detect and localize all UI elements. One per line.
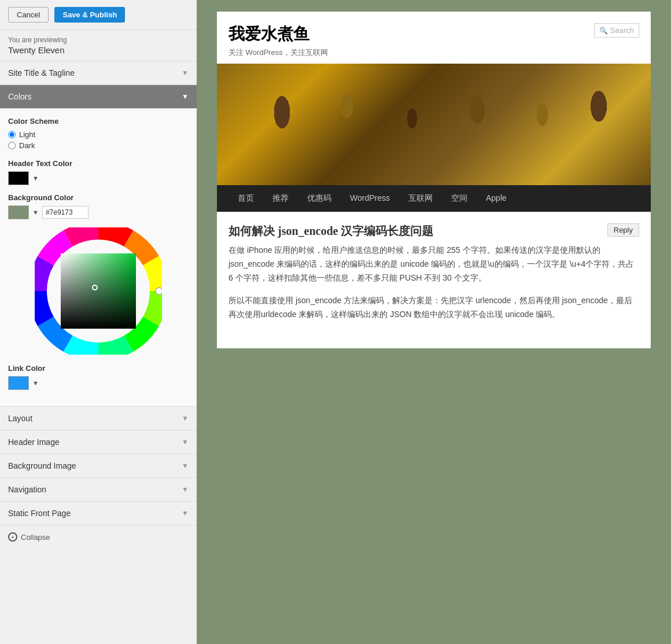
preview-label: You are previewing [0, 30, 197, 45]
save-publish-button[interactable]: Save & Publish [54, 7, 125, 23]
site-title: 我爱水煮鱼 [228, 23, 594, 45]
link-color-arrow[interactable]: ▼ [32, 380, 39, 387]
link-color-row: ▼ [8, 376, 189, 390]
radio-dark[interactable]: Dark [8, 141, 189, 150]
background-color-row: ▼ [8, 205, 189, 219]
dark-label: Dark [19, 141, 35, 150]
background-color-arrow[interactable]: ▼ [32, 209, 39, 216]
color-gradient-box[interactable] [61, 253, 136, 329]
background-color-hex-input[interactable] [42, 206, 89, 219]
radio-light[interactable]: Light [8, 130, 189, 139]
link-color-swatch[interactable] [8, 376, 29, 390]
background-color-label: Background Color [8, 193, 189, 202]
nav-item-space[interactable]: 空间 [442, 185, 477, 212]
site-title-block: 我爱水煮鱼 关注 WordPress，关注互联网 [228, 23, 594, 58]
post-body-2: 所以不能直接使用 json_encode 方法来编码，解决方案是：先把汉字 ur… [228, 294, 639, 322]
color-wheel-wrapper[interactable] [35, 227, 162, 355]
chevron-down-icon: ▼ [182, 438, 189, 446]
left-panel: Cancel Save & Publish You are previewing… [0, 0, 197, 644]
chevron-down-icon: ▼ [182, 485, 189, 494]
nav-item-wordpress[interactable]: WordPress [341, 185, 399, 212]
header-text-color-row: ▼ [8, 171, 189, 185]
post-title: 如何解决 json_encode 汉字编码长度问题 Reply [228, 223, 639, 239]
header-text-color-label: Header Text Color [8, 159, 189, 168]
colors-panel: Color Scheme Light Dark Header Text Colo… [0, 108, 197, 406]
gradient-cursor [92, 285, 98, 290]
header-text-color-swatch[interactable] [8, 171, 29, 185]
color-wheel-container [8, 227, 189, 355]
nav-item-coupon[interactable]: 优惠码 [298, 185, 341, 212]
site-container: 我爱水煮鱼 关注 WordPress，关注互联网 🔍 Search 首页 推荐 … [217, 12, 651, 348]
chevron-down-icon: ▼ [182, 93, 189, 101]
search-box[interactable]: 🔍 Search [594, 23, 639, 38]
collapse-bar[interactable]: + Collapse [0, 525, 197, 549]
chevron-down-icon: ▼ [182, 509, 189, 517]
post-area: 如何解决 json_encode 汉字编码长度问题 Reply 在做 iPhon… [217, 212, 651, 348]
section-navigation-label: Navigation [8, 485, 46, 494]
color-scheme-label: Color Scheme [8, 117, 189, 126]
section-colors-label: Colors [8, 92, 31, 101]
nav-item-internet[interactable]: 互联网 [399, 185, 442, 212]
nav-bar: 首页 推荐 优惠码 WordPress 互联网 空间 Apple [217, 185, 651, 212]
wheel-cursor[interactable] [156, 288, 162, 295]
background-color-swatch[interactable] [8, 205, 29, 219]
section-site-title[interactable]: Site Title & Tagline ▼ [0, 61, 197, 84]
section-site-title-label: Site Title & Tagline [8, 68, 75, 78]
hero-image [217, 64, 651, 185]
header-text-color-arrow[interactable]: ▼ [32, 175, 39, 182]
section-navigation[interactable]: Navigation ▼ [0, 477, 197, 501]
collapse-icon: + [8, 532, 17, 542]
search-placeholder: Search [610, 26, 634, 35]
right-preview: 我爱水煮鱼 关注 WordPress，关注互联网 🔍 Search 首页 推荐 … [197, 0, 671, 644]
chess-overlay [217, 64, 651, 185]
chevron-down-icon: ▼ [182, 462, 189, 470]
top-bar: Cancel Save & Publish [0, 0, 197, 30]
color-scheme-radio-group: Light Dark [8, 130, 189, 150]
theme-name: Twenty Eleven [0, 45, 197, 61]
section-header-image[interactable]: Header Image ▼ [0, 430, 197, 454]
reply-button[interactable]: Reply [607, 223, 639, 237]
section-layout[interactable]: Layout ▼ [0, 406, 197, 430]
section-static-front-page-label: Static Front Page [8, 509, 71, 518]
section-background-image[interactable]: Background Image ▼ [0, 454, 197, 477]
site-tagline: 关注 WordPress，关注互联网 [228, 47, 594, 58]
section-layout-label: Layout [8, 414, 32, 423]
site-header: 我爱水煮鱼 关注 WordPress，关注互联网 🔍 Search [217, 12, 651, 64]
search-icon: 🔍 [599, 27, 608, 35]
nav-item-apple[interactable]: Apple [477, 185, 516, 212]
post-title-text: 如何解决 json_encode 汉字编码长度问题 [228, 223, 433, 239]
nav-item-recommended[interactable]: 推荐 [263, 185, 298, 212]
nav-item-home[interactable]: 首页 [228, 185, 263, 212]
light-label: Light [19, 130, 35, 139]
link-color-label: Link Color [8, 364, 189, 373]
collapse-label: Collapse [21, 533, 50, 542]
chevron-down-icon: ▼ [182, 414, 189, 422]
cancel-button[interactable]: Cancel [8, 7, 49, 23]
post-body-1: 在做 iPhone 应用的时候，给用户推送信息的时候，最多只能 255 个字符。… [228, 244, 639, 285]
section-header-image-label: Header Image [8, 437, 60, 447]
section-background-image-label: Background Image [8, 461, 76, 470]
section-colors[interactable]: Colors ▼ [0, 84, 197, 108]
chevron-down-icon: ▼ [182, 69, 189, 77]
section-static-front-page[interactable]: Static Front Page ▼ [0, 501, 197, 525]
